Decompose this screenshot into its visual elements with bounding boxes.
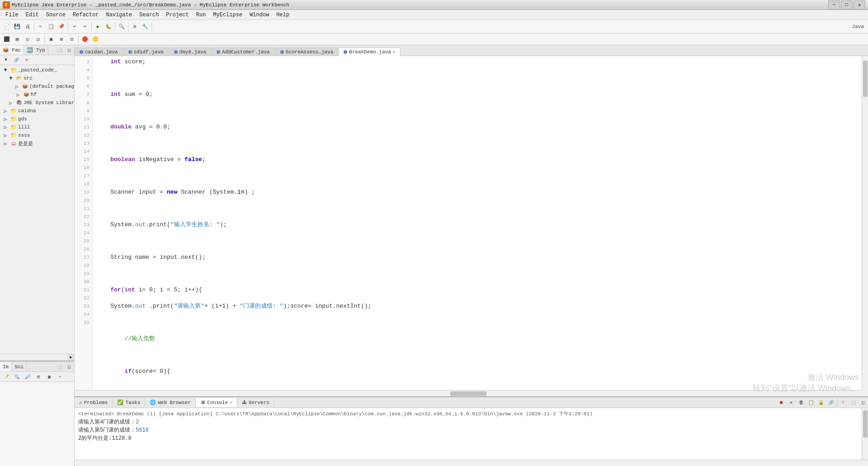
code-editor[interactable]: 3456789101112131415161718192021222324252… bbox=[75, 56, 862, 390]
sidebar-bot-tab-im[interactable]: Im bbox=[0, 362, 12, 371]
tb-btn-redo[interactable]: ↪ bbox=[80, 22, 90, 32]
minimize-button[interactable]: ─ bbox=[828, 0, 840, 10]
close-button[interactable]: ✕ bbox=[854, 0, 865, 10]
console-minimize-btn[interactable]: ⬜ bbox=[848, 398, 858, 408]
tb-btn-4[interactable]: ✂ bbox=[36, 22, 46, 32]
sidebar-link-btn[interactable]: 🔗 bbox=[11, 55, 21, 65]
maximize-button[interactable]: □ bbox=[841, 0, 853, 10]
console-btn-4[interactable]: 📋 bbox=[806, 398, 816, 408]
tb2-btn-9[interactable]: 🟡 bbox=[90, 34, 100, 44]
tree-item-hf[interactable]: ▷ 📦 hf bbox=[0, 90, 74, 99]
sni-btn-5[interactable]: ▣ bbox=[44, 372, 54, 382]
tb-btn-undo[interactable]: ↩ bbox=[70, 22, 80, 32]
menu-run[interactable]: Run bbox=[193, 11, 210, 19]
tree-item-pasted-code[interactable]: ▼ 📁 _pasted_code_ bbox=[0, 66, 74, 74]
menu-window[interactable]: Window bbox=[246, 11, 273, 19]
bottom-tab-console[interactable]: 🖥 Console ✕ bbox=[196, 398, 237, 407]
tb-debug[interactable]: 🐛 bbox=[104, 22, 113, 32]
tb-search[interactable]: 🔍 bbox=[117, 22, 127, 32]
menu-help[interactable]: Help bbox=[273, 11, 293, 19]
sni-btn-3[interactable]: 🔎 bbox=[23, 372, 33, 382]
bottom-tab-tasks[interactable]: ✅ Tasks bbox=[113, 398, 145, 407]
console-btn-6[interactable]: 🔗 bbox=[826, 398, 836, 408]
vscroll-thumb[interactable] bbox=[863, 61, 868, 97]
tb-btn-9[interactable]: ⚙ bbox=[130, 22, 140, 32]
tb2-btn-8[interactable]: 🔴 bbox=[80, 34, 90, 44]
console-btn-7[interactable]: ↕ bbox=[838, 398, 848, 408]
tree-item-ssss[interactable]: ▷ 📁 ssss bbox=[0, 131, 74, 139]
menu-project[interactable]: Project bbox=[162, 11, 192, 19]
tree-item-gds[interactable]: ▷ 📁 gds bbox=[0, 115, 74, 123]
code-hscroll[interactable] bbox=[75, 390, 862, 396]
sni-btn-1[interactable]: 📝 bbox=[1, 372, 11, 382]
tb-btn-5[interactable]: 📋 bbox=[46, 22, 56, 32]
sni-btn-4[interactable]: ⊞ bbox=[33, 372, 43, 382]
sidebar-tab-type[interactable]: 🔤 Typ bbox=[24, 45, 48, 55]
console-stop-btn[interactable]: ■ bbox=[776, 398, 786, 408]
hscroll-thumb[interactable] bbox=[450, 391, 486, 396]
menu-search[interactable]: Search bbox=[136, 11, 162, 19]
tree-item-jre[interactable]: ▷ 📚 JRE System Librar bbox=[0, 99, 74, 107]
editor-with-scroll: 3456789101112131415161718192021222324252… bbox=[75, 56, 868, 390]
menu-myeclipse[interactable]: MyEclipse bbox=[209, 11, 246, 19]
menu-file[interactable]: File bbox=[2, 11, 22, 19]
tab-day6[interactable]: day6.java bbox=[169, 48, 211, 56]
sidebar-hscroll[interactable]: ▶ bbox=[0, 354, 74, 360]
tab-sdsdf[interactable]: sdsdf.java bbox=[123, 48, 169, 56]
tb-btn-6[interactable]: 📌 bbox=[57, 22, 66, 32]
bottom-tab-webbrowser[interactable]: 🌐 Web Browser bbox=[145, 398, 196, 407]
console-terminate-btn[interactable]: ✕ bbox=[786, 398, 796, 408]
tree-item-src[interactable]: ▼ 📂 src bbox=[0, 74, 74, 82]
console-vscroll-thumb[interactable] bbox=[863, 410, 868, 437]
sidebar-menu-btn[interactable]: ▽ bbox=[22, 55, 32, 65]
tb-btn-3[interactable]: 🖨 bbox=[23, 22, 33, 32]
line-number-8: 8 bbox=[75, 99, 92, 107]
tb-run[interactable]: ▶ bbox=[93, 22, 103, 32]
tb2-btn-2[interactable]: ▤ bbox=[12, 34, 22, 44]
tab-addcustomer[interactable]: AddCustomer.java bbox=[212, 48, 275, 56]
tab-breakdemo[interactable]: BreakDemo.java ✕ bbox=[339, 48, 400, 56]
bottom-hscroll[interactable] bbox=[75, 460, 868, 466]
tree-item-chinese[interactable]: ▷ 🗂 是是是 bbox=[0, 139, 74, 147]
tab-caidan[interactable]: caidan.java bbox=[75, 48, 123, 56]
tree-item-default-pkg[interactable]: ▷ 📦 (default packag bbox=[0, 82, 74, 90]
sni-btn-6[interactable]: ⋯ bbox=[55, 372, 65, 382]
editor-vscroll[interactable] bbox=[862, 56, 868, 390]
sidebar-collapse-btn[interactable]: ▼ bbox=[1, 55, 11, 65]
tb2-btn-5[interactable]: ▣ bbox=[46, 34, 56, 44]
bottom-tab-servers[interactable]: 🖧 Servers bbox=[237, 398, 274, 407]
new-button[interactable]: 📄 bbox=[2, 22, 12, 32]
console-clear-btn[interactable]: 🗑 bbox=[796, 398, 806, 408]
tb2-btn-7[interactable]: ⊟ bbox=[67, 34, 77, 44]
code-content[interactable]: int score; int sum = 0; double avg = 0.0… bbox=[93, 56, 862, 390]
menu-navigate[interactable]: Navigate bbox=[102, 11, 136, 19]
console-maximize-btn[interactable]: ◱ bbox=[858, 398, 868, 408]
tab-scoreassess[interactable]: ScoreAssess.java bbox=[275, 48, 339, 56]
tb2-btn-6[interactable]: ⊞ bbox=[57, 34, 66, 44]
tree-item-caidna[interactable]: ▷ 📁 caidna bbox=[0, 107, 74, 115]
java-icon bbox=[217, 50, 220, 54]
menu-refactor[interactable]: Refactor bbox=[69, 11, 103, 19]
tree-item-llll[interactable]: ▷ 📁 llll bbox=[0, 123, 74, 131]
sidebar-bot-min-btn[interactable]: ⬜ bbox=[54, 362, 64, 372]
tb2-btn-1[interactable]: ⬛ bbox=[2, 34, 12, 44]
sidebar-tab-package[interactable]: 📦 Pac bbox=[0, 45, 24, 55]
sidebar-minimize-btn[interactable]: ⬜ bbox=[54, 45, 64, 55]
tb2-btn-4[interactable]: ◲ bbox=[33, 34, 43, 44]
tb-btn-2[interactable]: 💾 bbox=[12, 22, 22, 32]
perspective-java[interactable]: Java bbox=[850, 22, 866, 32]
sidebar-maximize-btn[interactable]: ◱ bbox=[64, 45, 74, 55]
console-tab-close[interactable]: ✕ bbox=[230, 400, 232, 405]
console-btn-5[interactable]: 🔒 bbox=[816, 398, 826, 408]
tb2-btn-3[interactable]: ◱ bbox=[23, 34, 33, 44]
bottom-tab-problems[interactable]: ⚠ Problems bbox=[75, 398, 113, 407]
tb-btn-10[interactable]: 🔧 bbox=[140, 22, 150, 32]
sidebar-scroll-right[interactable]: ▶ bbox=[68, 354, 74, 360]
tab-close-icon[interactable]: ✕ bbox=[393, 49, 396, 55]
menu-source[interactable]: Source bbox=[42, 11, 69, 19]
sni-btn-2[interactable]: 🔍 bbox=[12, 372, 22, 382]
sidebar-bot-max-btn[interactable]: ◱ bbox=[64, 362, 74, 372]
menu-edit[interactable]: Edit bbox=[22, 11, 42, 19]
sidebar-bot-tab-sni[interactable]: Sni bbox=[12, 362, 27, 371]
console-vscroll[interactable] bbox=[862, 408, 868, 460]
